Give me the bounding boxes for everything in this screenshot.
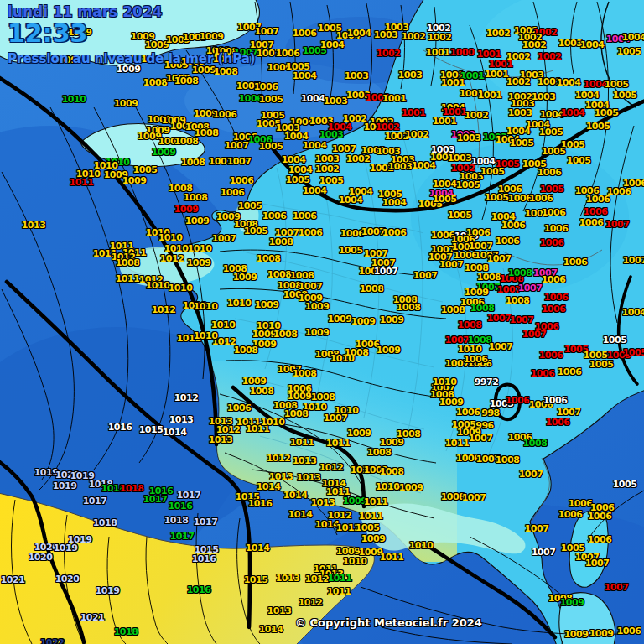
pressure-label: 1007 [487, 253, 512, 264]
pressure-label: 1008 [257, 253, 281, 264]
pressure-label: 1005 [339, 245, 363, 256]
pressure-label: 1007 [469, 433, 493, 444]
pressure-label: 1003 [558, 38, 583, 49]
pressure-label: 1009 [328, 314, 352, 325]
pressure-label: 1013 [267, 605, 292, 616]
pressure-label: 1007 [413, 270, 438, 281]
pressure-label: 1005 [238, 200, 262, 211]
pressure-label: 1007 [364, 248, 388, 259]
pressure-label: 1005 [539, 127, 564, 138]
pressure-label: 1004 [303, 185, 327, 196]
pressure-label: 1006 [213, 109, 237, 120]
pressure-label: 1011 [326, 438, 351, 449]
pressure-label: 1005 [286, 174, 310, 185]
pressure-label: 1005 [244, 226, 268, 236]
pressure-label: 1008 [380, 466, 404, 477]
pressure-label: 1001 [382, 93, 407, 104]
pressure-label: 1010 [188, 243, 212, 254]
pressure-label: 1002 [506, 76, 531, 87]
pressure-label: 1009 [305, 301, 330, 312]
pressure-label: 1005 [589, 359, 614, 370]
pressure-label: 1009 [114, 98, 138, 109]
pressure-label: 1007 [585, 558, 610, 569]
pressure-label: 1007 [623, 255, 644, 266]
pressure-label: 1013 [22, 220, 46, 231]
pressure-label: 1006 [564, 257, 588, 267]
pressure-label: 1020 [29, 552, 53, 563]
pressure-label: 1005 [133, 164, 158, 175]
pressure-label: 1021 [1, 574, 25, 585]
pressure-label: 1019 [53, 480, 77, 491]
pressure-label: 1016 [108, 422, 132, 433]
pressure-label: 1009 [589, 628, 614, 639]
pressure-label: 1008 [143, 77, 168, 88]
pressure-label: 1014 [246, 543, 270, 553]
pressure-label: 1006 [540, 237, 564, 248]
pressure-label: 1008 [458, 319, 482, 330]
pressure-label: 1005 [595, 107, 619, 118]
pressure-label: 1005 [613, 479, 637, 490]
pressure-label: 1006 [586, 194, 610, 205]
pressure-label: 1009 [233, 272, 257, 283]
pressure-label: 1012 [174, 392, 199, 403]
pressure-label: 9972 [475, 377, 499, 387]
pressure-label: 1016 [192, 553, 216, 564]
pressure-label: 1017 [194, 517, 218, 527]
pressure-label: 1018 [93, 517, 117, 528]
pressure-label: 1009 [380, 314, 404, 325]
pressure-label: 1005 [259, 94, 283, 105]
pressure-label: 1007 [462, 492, 486, 503]
pressure-label: 1008 [267, 269, 292, 280]
pressure-label: 1005 [433, 194, 457, 205]
pressure-label: 1006 [456, 407, 480, 418]
pressure-label: 1006 [543, 395, 568, 406]
pressure-label: 1013 [169, 414, 194, 425]
pressure-label: 1011 [290, 437, 314, 448]
pressure-label: 1007 [227, 156, 252, 167]
pressure-label: 1007 [439, 259, 464, 270]
pressure-label: 1006 [546, 417, 570, 428]
pressure-label: 1009 [377, 345, 401, 356]
pressure-label: 1006 [558, 509, 583, 520]
pressure-label: 1010 [211, 319, 236, 330]
pressure-label: 1011 [328, 573, 352, 584]
pressure-label: 1007 [489, 341, 513, 352]
pressure-label: 1002 [315, 164, 340, 174]
pressure-label: 1009 [351, 316, 376, 327]
pressure-label-layer: 1009100910091009100910091009101010091009… [0, 0, 644, 644]
pressure-label: 1009 [187, 257, 211, 268]
pressure-label: 1006 [496, 236, 520, 247]
pressure-label: 1006 [542, 304, 566, 314]
pressure-label: 1006 [501, 220, 526, 231]
pressure-label: 1004 [301, 93, 325, 104]
pressure-label: 1003 [388, 161, 413, 172]
pressure-label: 1019 [96, 585, 120, 596]
pressure-label: 1014 [257, 481, 281, 492]
pressure-label: 1006 [538, 167, 562, 178]
pressure-label: 1008 [397, 428, 421, 439]
pressure-label: 1002 [428, 32, 452, 43]
pressure-label: 1002 [377, 48, 401, 59]
pressure-label: 1007 [324, 413, 348, 423]
pressure-label: 1007 [487, 313, 512, 324]
pressure-label: 1008 [174, 136, 199, 147]
pressure-label: 1005 [617, 46, 641, 57]
pressure-label: 1004 [622, 32, 644, 43]
pressure-label: 1017 [143, 494, 168, 505]
pressure-label: 1008 [506, 295, 530, 306]
pressure-label: 1014 [288, 509, 313, 520]
pressure-label: 1006 [623, 178, 644, 189]
pressure-label: 1007 [212, 233, 236, 244]
pressure-label: 1017 [170, 531, 195, 542]
pressure-label: 1006 [299, 227, 323, 238]
pressure-label: 1008 [284, 408, 309, 419]
pressure-label: 1022 [40, 637, 65, 644]
pressure-label: 1006 [506, 395, 530, 406]
pressure-label: 1012 [267, 453, 291, 464]
pressure-label: 1005 [623, 347, 644, 358]
pressure-label: 1005 [510, 138, 534, 148]
pressure-label: 1004 [293, 70, 317, 81]
pressure-label: 1010 [146, 280, 170, 291]
pressure-label: 1010 [409, 540, 434, 551]
pressure-label: 1013 [209, 434, 233, 445]
